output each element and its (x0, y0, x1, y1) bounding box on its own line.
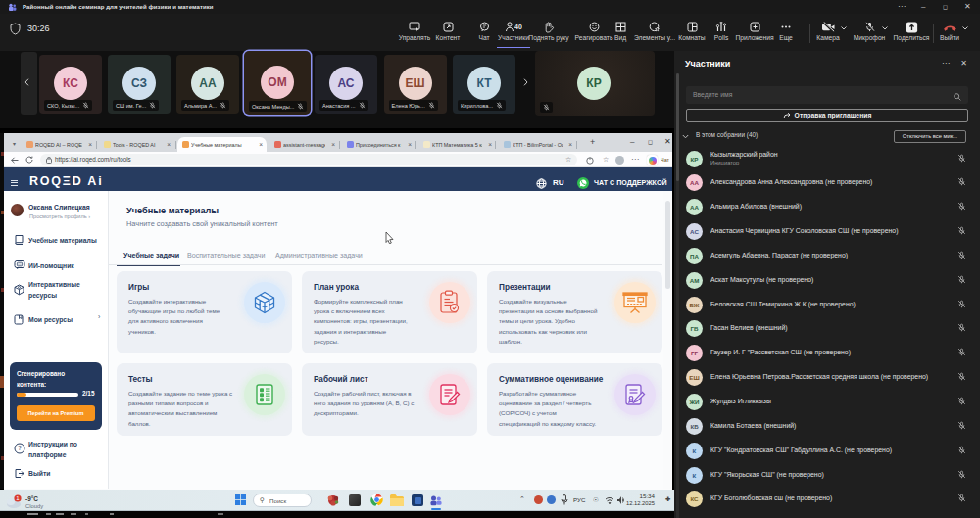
svg-text:?: ? (18, 445, 22, 451)
